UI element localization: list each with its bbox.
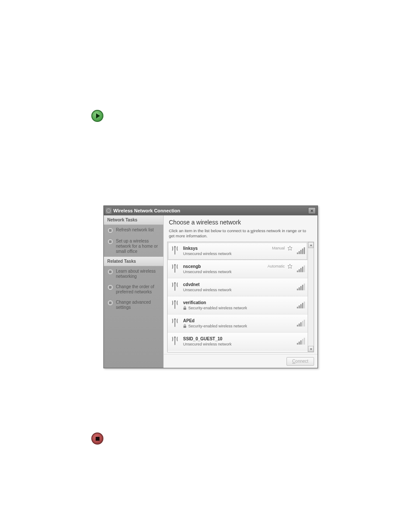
main-heading: Choose a wireless network [164,215,318,227]
stop-icon [91,432,103,445]
dialog-footer: Connect [164,354,318,368]
favorite-star-icon [287,246,293,251]
sidebar-item-refresh[interactable]: Refresh network list [104,225,163,236]
titlebar[interactable]: Wireless Network Connection × [104,206,318,215]
refresh-icon [107,227,113,233]
scroll-down-button[interactable]: ▾ [308,346,314,352]
setup-icon [107,239,113,245]
sidebar-item-label: Refresh network list [116,227,154,233]
star-icon [107,284,113,290]
favorite-star-icon [287,264,293,269]
network-security: Unsecured wireless network [183,288,293,292]
signal-bars-icon [297,283,305,290]
network-mode: Automatic [268,264,285,268]
lock-icon [183,324,187,328]
network-security: Unsecured wireless network [183,270,293,274]
svg-marker-0 [288,246,292,250]
network-item[interactable]: APEdSecurity-enabled wireless network [168,314,308,333]
sidebar-header-related: Related Tasks [104,257,163,266]
svg-marker-1 [288,264,292,268]
sidebar-item-label: Change the order of preferred networks [116,284,160,295]
signal-bars-icon [297,265,305,272]
sidebar-item-label: Set up a wireless network for a home or … [116,239,160,254]
play-icon [91,110,103,122]
network-ssid: linksys [183,246,198,251]
network-ssid: APEd [183,318,195,323]
network-item[interactable]: cdvdnetUnsecured wireless network [168,278,308,296]
network-item[interactable]: SSID_0_GUEST_10Unsecured wireless networ… [168,333,308,351]
main-subtext: Click an item in the list below to conne… [164,227,318,242]
sidebar-item-setup[interactable]: Set up a wireless network for a home or … [104,236,163,257]
network-ssid: nscengb [183,264,201,269]
connect-button[interactable]: Connect [286,357,314,366]
sidebar-item-learn[interactable]: Learn about wireless networking [104,266,163,282]
network-list: linksysManualUnsecured wireless networkn… [168,242,308,352]
antenna-icon [169,335,181,348]
network-security: Unsecured wireless network [183,252,293,256]
antenna-icon [169,262,181,275]
sidebar: Network Tasks Refresh network list Set u… [104,215,163,368]
sidebar-item-label: Change advanced settings [116,300,160,310]
signal-bars-icon [297,320,305,327]
wireless-icon [106,208,112,214]
sidebar-header-tasks: Network Tasks [104,215,163,225]
network-security: Unsecured wireless network [183,342,293,346]
network-ssid: cdvdnet [183,282,199,287]
wireless-dialog: Wireless Network Connection × Network Ta… [103,205,318,368]
antenna-icon [169,299,181,311]
network-item[interactable]: verificationSecurity-enabled wireless ne… [168,296,308,314]
info-icon [107,269,113,275]
lock-icon [183,306,187,310]
sidebar-item-label: Learn about wireless networking [116,269,160,279]
sidebar-item-order[interactable]: Change the order of preferred networks [104,282,163,297]
window-title: Wireless Network Connection [113,208,180,213]
close-button[interactable]: × [308,207,316,214]
signal-bars-icon [297,338,305,345]
network-item[interactable]: nscengbAutomaticUnsecured wireless netwo… [168,260,308,278]
main-panel: Choose a wireless network Click an item … [163,215,318,368]
network-security: Security-enabled wireless network [183,306,293,310]
scroll-track[interactable] [308,248,314,346]
signal-bars-icon [297,247,305,254]
scroll-up-button[interactable]: ▴ [308,242,314,248]
network-ssid: SSID_0_GUEST_10 [183,336,222,341]
sidebar-item-advanced[interactable]: Change advanced settings [104,297,163,313]
svg-rect-2 [184,308,186,310]
antenna-icon [169,317,181,330]
antenna-icon [169,280,181,293]
svg-rect-3 [184,326,186,328]
network-security: Security-enabled wireless network [183,324,293,328]
network-mode: Manual [272,246,285,250]
scrollbar[interactable]: ▴ ▾ [308,242,314,352]
network-item[interactable]: linksysManualUnsecured wireless network [168,242,308,260]
antenna-icon [169,244,181,257]
gear-icon [107,300,113,306]
signal-bars-icon [297,302,305,308]
network-ssid: verification [183,300,206,305]
